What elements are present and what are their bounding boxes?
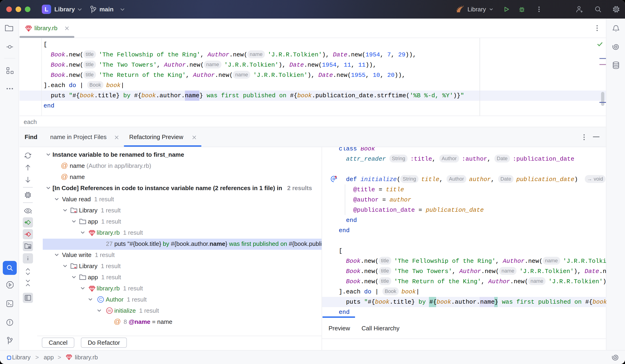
svg-text:C: C bbox=[99, 297, 102, 302]
svg-text:m: m bbox=[108, 308, 111, 313]
